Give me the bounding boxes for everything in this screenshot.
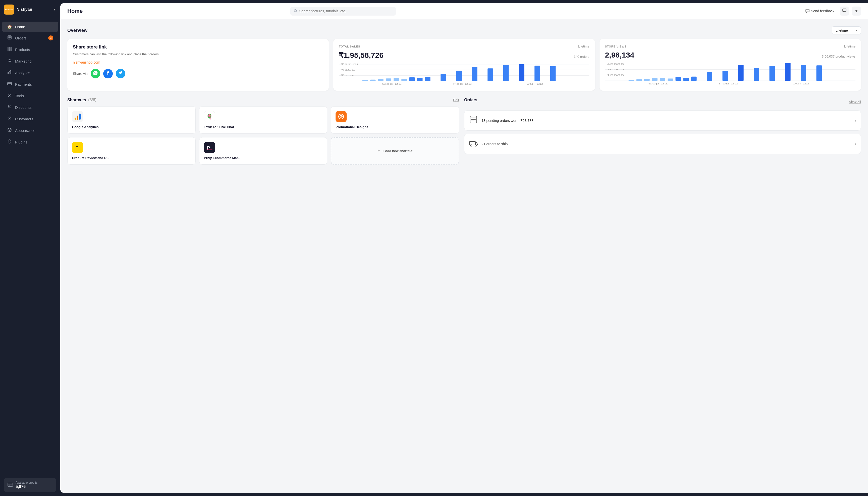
sidebar-footer: Available credits 5,876 [0, 474, 60, 496]
twitter-share-button[interactable] [116, 69, 125, 78]
svg-point-18 [9, 117, 10, 118]
svg-rect-75 [769, 66, 775, 81]
total-sales-value: ₹1,95,58,726 [339, 51, 383, 60]
pending-orders-icon [469, 115, 478, 126]
svg-point-88 [208, 114, 210, 117]
sidebar-item-payments[interactable]: Payments [2, 79, 58, 90]
svg-rect-99 [206, 150, 212, 150]
store-header[interactable]: NISHYAN Nishyan ▼ [0, 0, 60, 19]
svg-rect-104 [469, 141, 475, 145]
svg-rect-71 [707, 72, 712, 81]
svg-rect-5 [10, 47, 11, 49]
whatsapp-share-button[interactable] [91, 69, 100, 78]
dropdown-button[interactable]: ▼ [852, 6, 861, 16]
privy-icon: P [204, 142, 215, 153]
svg-rect-44 [441, 74, 446, 81]
store-views-value: 2,98,134 [605, 51, 634, 59]
ship-orders-text: 21 orders to ship [482, 142, 851, 146]
appearance-icon [7, 128, 12, 133]
customers-icon [7, 116, 12, 122]
svg-rect-68 [675, 77, 681, 81]
sidebar-item-tools[interactable]: Tools [2, 90, 58, 101]
twitter-icon [118, 71, 123, 77]
analytics-icon [7, 70, 12, 75]
sidebar-item-appearance[interactable]: Appearance [2, 125, 58, 136]
pending-orders-text: 13 pending orders worth ₹23,788 [482, 119, 851, 123]
sidebar-item-home[interactable]: 🏠 Home [2, 21, 58, 32]
svg-line-25 [296, 11, 297, 12]
feedback-icon [805, 9, 809, 14]
svg-rect-38 [386, 78, 391, 81]
svg-text:Sep 21: Sep 21 [382, 83, 402, 85]
svg-text:30000: 30000 [606, 68, 624, 71]
shortcuts-edit-link[interactable]: Edit [453, 98, 459, 102]
svg-text:Feb 22: Feb 22 [719, 82, 738, 85]
feedback-label: Send feedback [811, 9, 834, 13]
svg-text:45000: 45000 [606, 63, 624, 65]
svg-rect-45 [456, 71, 462, 81]
sidebar-item-label-home: Home [15, 25, 25, 29]
sidebar-item-discounts[interactable]: Discounts [2, 102, 58, 113]
svg-rect-9 [8, 72, 9, 74]
credits-value: 5,876 [16, 484, 37, 489]
shortcut-promotional-designs[interactable]: Promotional Designs [331, 106, 459, 134]
sidebar-item-label-discounts: Discounts [15, 105, 32, 110]
svg-point-19 [8, 128, 11, 131]
sidebar-item-products[interactable]: Products [2, 44, 58, 55]
sidebar-item-orders[interactable]: Orders 3 [2, 32, 58, 44]
orders-section: Orders View all 13 pending orders worth … [464, 98, 861, 165]
chat-button[interactable] [840, 6, 849, 16]
add-shortcut-card[interactable]: + + Add new shortcut [331, 137, 459, 165]
shortcut-product-review[interactable]: " Product Review and R... [67, 137, 196, 165]
store-url-link[interactable]: nishyanshop.com [73, 60, 323, 64]
shortcut-privy[interactable]: P Privy Ecommerce Mar... [199, 137, 328, 165]
sidebar-item-plugins[interactable]: Plugins [2, 137, 58, 148]
sidebar-item-label-payments: Payments [15, 82, 32, 87]
sidebar-item-customers[interactable]: Customers [2, 113, 58, 124]
svg-rect-23 [9, 485, 10, 485]
sidebar-item-analytics[interactable]: Analytics [2, 67, 58, 78]
share-card-title: Share store link [73, 45, 323, 50]
pending-orders-item[interactable]: 13 pending orders worth ₹23,788 › [464, 110, 861, 131]
search-bar[interactable] [290, 7, 396, 16]
svg-rect-41 [409, 77, 415, 81]
orders-icon [7, 35, 12, 41]
tools-icon [7, 93, 12, 98]
promo-icon [335, 111, 347, 122]
svg-rect-10 [9, 71, 10, 74]
svg-point-16 [10, 107, 11, 108]
shortcut-tawk-live-chat[interactable]: Tawk.To : Live Chat [199, 106, 328, 134]
topbar: Home Send feedback [60, 3, 868, 19]
credits-box[interactable]: Available credits 5,876 [4, 478, 56, 492]
view-all-orders-link[interactable]: View all [849, 100, 861, 104]
search-input[interactable] [299, 9, 392, 13]
overview-cards: Share store link Customers can visit the… [67, 39, 861, 91]
svg-rect-6 [8, 49, 9, 51]
sidebar-item-marketing[interactable]: Marketing [2, 56, 58, 66]
share-via: Share via [73, 69, 323, 78]
svg-rect-67 [667, 78, 673, 81]
send-feedback-button[interactable]: Send feedback [803, 7, 837, 15]
svg-rect-73 [738, 65, 743, 81]
store-name: Nishyan [17, 7, 51, 12]
shortcut-google-analytics[interactable]: Google Analytics [67, 106, 196, 134]
svg-rect-50 [535, 66, 540, 81]
content-area: Overview Lifetime This Month This Week T… [60, 19, 868, 493]
svg-rect-69 [683, 78, 689, 81]
svg-rect-42 [417, 78, 423, 81]
svg-rect-65 [652, 78, 658, 81]
svg-rect-51 [550, 66, 556, 81]
shortcuts-grid: Google Analytics [67, 106, 459, 165]
sidebar: NISHYAN Nishyan ▼ 🏠 Home Orders 3 [0, 0, 60, 496]
svg-rect-40 [401, 79, 407, 81]
svg-rect-21 [8, 483, 13, 486]
facebook-share-button[interactable] [103, 69, 113, 78]
ship-orders-item[interactable]: 21 orders to ship › [464, 134, 861, 154]
shortcut-name-tawk: Tawk.To : Live Chat [204, 125, 234, 129]
ship-orders-icon [469, 138, 478, 149]
svg-text:Jul 22: Jul 22 [793, 82, 810, 85]
period-select[interactable]: Lifetime This Month This Week Today [832, 26, 861, 34]
marketing-icon [7, 58, 12, 64]
topbar-actions: Send feedback ▼ [803, 6, 861, 16]
overview-title: Overview [67, 28, 88, 33]
